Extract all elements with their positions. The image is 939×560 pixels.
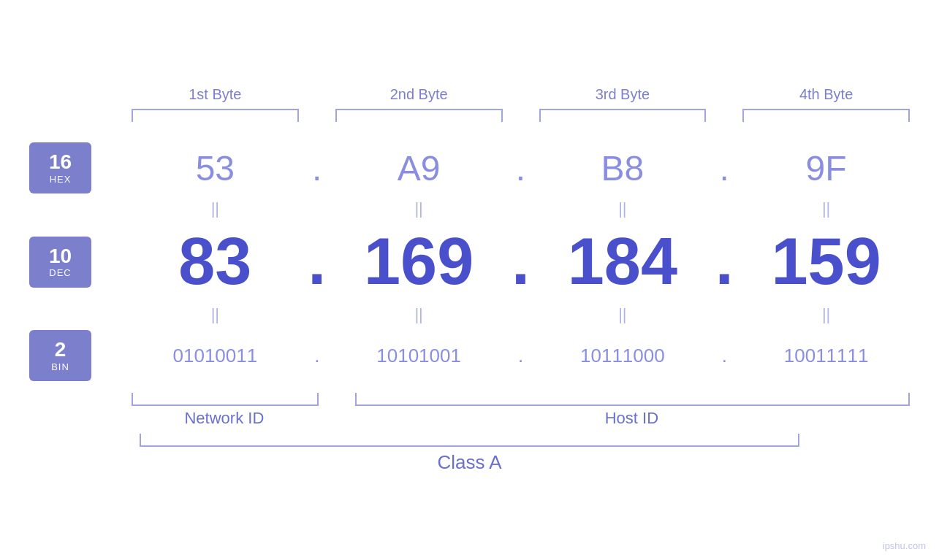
dec-dot-3: . <box>706 224 742 299</box>
class-bracket <box>140 434 800 447</box>
equals-row-1: || || || || <box>29 201 910 217</box>
dec-badge: 10 DEC <box>29 237 91 288</box>
bottom-section: Network ID Host ID <box>29 393 910 428</box>
hex-val-1: 53 <box>196 148 235 188</box>
bin-val-3: 10111000 <box>580 345 665 367</box>
dec-val-4: 159 <box>772 224 881 299</box>
hex-dot-3: . <box>706 148 742 188</box>
bottom-labels-row: Network ID Host ID <box>29 409 910 428</box>
byte-headers-row: 1st Byte 2nd Byte 3rd Byte 4th Byte <box>29 86 910 103</box>
dec-val-3: 184 <box>568 224 677 299</box>
hex-val-4: 9F <box>806 148 847 188</box>
bin-row: 2 BIN 01010011 . 10101001 . 10111000 . 1… <box>29 330 910 381</box>
bin-dot-1: . <box>299 345 335 367</box>
eq-7: || <box>539 307 707 323</box>
main-container: 1st Byte 2nd Byte 3rd Byte 4th Byte 16 H… <box>0 0 939 560</box>
byte-header-1: 1st Byte <box>132 86 299 103</box>
bracket-1 <box>132 109 299 122</box>
network-bracket <box>132 393 319 406</box>
top-brackets <box>29 109 910 122</box>
dec-dot-1: . <box>299 224 335 299</box>
watermark: ipshu.com <box>883 540 926 551</box>
hex-val-3: B8 <box>601 148 645 188</box>
dec-dot-2: . <box>503 224 539 299</box>
hex-val-2: A9 <box>398 148 441 188</box>
host-bracket <box>355 393 910 406</box>
class-section: Class A <box>29 434 910 474</box>
eq-2: || <box>335 201 503 217</box>
byte-header-4: 4th Byte <box>742 86 910 103</box>
dec-val-1: 83 <box>178 224 251 299</box>
bin-val-4: 10011111 <box>784 345 869 367</box>
bin-badge: 2 BIN <box>29 330 91 381</box>
bin-val-1: 01010011 <box>173 345 258 367</box>
bin-val-2: 10101001 <box>376 345 461 367</box>
dec-val-2: 169 <box>364 224 474 299</box>
eq-3: || <box>539 201 707 217</box>
hex-badge: 16 HEX <box>29 142 91 193</box>
byte-header-2: 2nd Byte <box>335 86 503 103</box>
eq-8: || <box>742 307 910 323</box>
byte-header-3: 3rd Byte <box>539 86 707 103</box>
bracket-3 <box>539 109 707 122</box>
equals-row-2: || || || || <box>29 307 910 323</box>
eq-6: || <box>335 307 503 323</box>
bracket-2 <box>335 109 503 122</box>
bracket-4 <box>742 109 910 122</box>
hex-row: 16 HEX 53 . A9 . B8 . 9F <box>29 142 910 193</box>
network-id-label: Network ID <box>132 409 317 428</box>
bin-dot-2: . <box>503 345 539 367</box>
hex-dot-2: . <box>503 148 539 188</box>
hex-dot-1: . <box>299 148 335 188</box>
dec-row: 10 DEC 83 . 169 . 184 . 159 <box>29 224 910 299</box>
host-id-label: Host ID <box>354 409 910 428</box>
bin-dot-3: . <box>706 345 742 367</box>
eq-4: || <box>742 201 910 217</box>
eq-5: || <box>132 307 299 323</box>
class-label: Class A <box>437 451 501 474</box>
eq-1: || <box>132 201 299 217</box>
bottom-brackets-row <box>29 393 910 406</box>
